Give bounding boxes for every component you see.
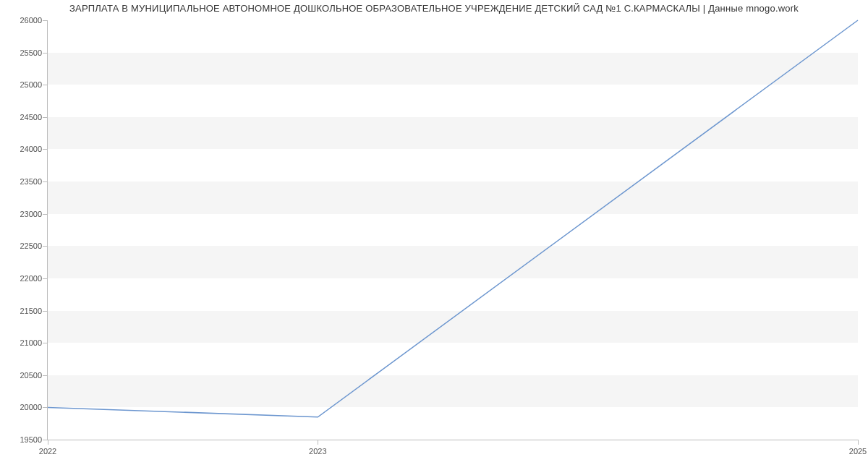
y-tick-label: 22500 [6,242,42,250]
y-tick-label: 21500 [6,307,42,315]
line-chart: ЗАРПЛАТА В МУНИЦИПАЛЬНОЕ АВТОНОМНОЕ ДОШК… [0,0,868,470]
y-tick [43,246,48,247]
x-tick-label: 2023 [309,447,326,456]
y-tick-label: 24500 [6,113,42,121]
y-tick-label: 24000 [6,145,42,153]
x-tick [858,440,859,445]
y-tick-label: 19500 [6,435,42,444]
y-tick [43,214,48,215]
x-tick [318,440,318,445]
y-tick [43,407,48,408]
y-tick [43,117,48,118]
y-tick [43,278,48,279]
x-tick [48,440,48,445]
y-tick [43,53,48,54]
y-tick-label: 25000 [6,80,42,89]
y-tick [43,440,48,440]
plot-area: 202220232025 [47,20,858,440]
y-tick [43,311,48,312]
data-line [48,20,858,417]
x-tick-label: 2025 [849,447,867,456]
y-tick-label: 23000 [6,210,42,218]
chart-title: ЗАРПЛАТА В МУНИЦИПАЛЬНОЕ АВТОНОМНОЕ ДОШК… [0,3,868,14]
y-tick-label: 23500 [6,177,42,186]
y-tick [43,375,48,376]
y-tick-label: 21000 [6,338,42,347]
y-tick-label: 25500 [6,48,42,57]
y-tick [43,343,48,343]
x-tick-label: 2022 [39,447,56,456]
y-tick [43,181,48,182]
y-tick-label: 22000 [6,274,42,283]
y-tick [43,20,48,21]
y-tick-label: 26000 [6,16,42,25]
series-line [48,20,858,440]
y-tick-label: 20500 [6,371,42,380]
y-tick [43,149,48,150]
y-tick-label: 20000 [6,403,42,411]
y-tick [43,85,48,85]
